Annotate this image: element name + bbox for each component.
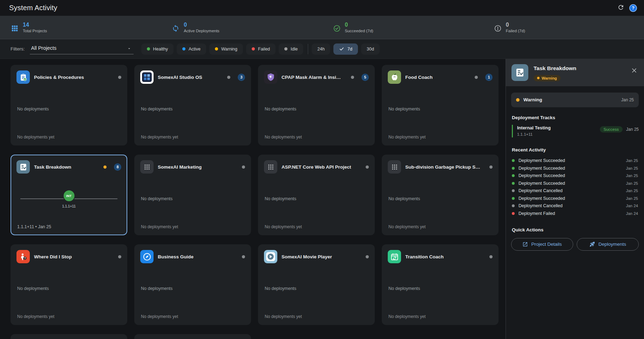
status-dot <box>475 76 478 79</box>
help-icon: ? <box>632 5 635 11</box>
action-label: Project Details <box>531 242 562 247</box>
activity-row: Deployment Cancelled Jan 24 <box>511 202 639 210</box>
activity-date: Jan 25 <box>626 181 638 185</box>
project-card[interactable]: SomexAI Studio OS 3 No deployments No de… <box>134 65 251 145</box>
status-chip-label: Active <box>189 47 201 52</box>
project-card[interactable]: SomexAI Marketing No deployments No depl… <box>134 155 251 235</box>
status-filter-chip[interactable]: Warning <box>209 43 243 55</box>
card-body-text: No deployments <box>265 286 296 291</box>
help-button[interactable]: ? <box>629 4 637 12</box>
status-label: Warning <box>523 97 542 102</box>
quick-action-button[interactable]: Deployments <box>577 238 639 251</box>
activity-list: Deployment Succeeded Jan 25 Deployment S… <box>511 157 639 217</box>
card-body-text: No deployments <box>388 286 420 291</box>
main-content: Policies & Procedures No deployments No … <box>0 59 644 339</box>
status-chip-label: Idle <box>291 47 298 52</box>
track-item: Internal Testing 1.1.1+11 Success Jan 25 <box>512 125 639 137</box>
project-card[interactable] <box>134 334 251 339</box>
status-filter-chip[interactable]: Healthy <box>141 43 174 55</box>
activity-dot-icon <box>512 197 515 200</box>
project-filter-select[interactable]: All Projects <box>30 44 134 54</box>
status-dot-icon <box>252 47 255 50</box>
project-card[interactable] <box>11 334 127 339</box>
title-bar: System Activity ? <box>0 0 644 16</box>
track-date: Jan 25 <box>626 127 639 132</box>
time-range-button[interactable]: 30d <box>361 43 380 55</box>
stat-value: 14 <box>23 22 47 28</box>
quick-actions-heading: Quick Actions <box>512 227 638 232</box>
activity-label: Deployment Succeeded <box>518 166 565 171</box>
activity-dot-icon <box>512 204 515 207</box>
status-dot <box>516 98 520 102</box>
project-icon <box>140 70 154 84</box>
card-header: Policies & Procedures <box>11 66 127 84</box>
card-header: Task Breakdown 8 <box>11 155 127 174</box>
card-footer-text: No deployments yet <box>265 314 302 319</box>
close-icon <box>631 67 638 75</box>
activity-row: Deployment Cancelled Jan 25 <box>511 187 639 195</box>
chevron-down-icon <box>127 46 131 51</box>
card-header <box>11 335 127 339</box>
project-card[interactable]: Sub-division Garbage Pickup Sign-up No d… <box>382 155 499 235</box>
project-card[interactable]: ASP.NET Core Web API Project No deployme… <box>258 155 375 235</box>
deployment-tracks-heading: Deployment Tracks <box>512 115 638 120</box>
refresh-button[interactable] <box>617 4 624 12</box>
card-footer-text: No deployments yet <box>388 135 426 140</box>
activity-dot-icon <box>512 167 515 170</box>
project-card[interactable]: SomexAI Movie Player No deployments No d… <box>258 244 375 325</box>
project-card[interactable]: Transition Coach No deployments No deplo… <box>382 244 499 325</box>
status-filter-chip[interactable]: Idle <box>279 43 303 55</box>
project-title: Sub-division Garbage Pickup Sign-up <box>405 164 481 170</box>
project-card[interactable]: Food Coach 1 No deployments No deploymen… <box>382 65 499 145</box>
stat-block: 0 Succeeded (7d) <box>322 22 483 33</box>
project-card[interactable]: Task Breakdown 8 INT 1.1.1+11 1.1.1+11 •… <box>11 155 127 235</box>
project-title: Food Coach <box>405 75 433 80</box>
project-card[interactable]: CPAP Mask Alarm & Insights 5 No deployme… <box>258 65 375 145</box>
time-range-button[interactable]: 24h <box>312 43 330 55</box>
project-card[interactable]: Business Guide No deployments No deploym… <box>134 244 251 325</box>
activity-date: Jan 25 <box>626 166 638 170</box>
close-panel-button[interactable] <box>631 67 638 75</box>
stat-value: 0 <box>506 22 525 28</box>
project-card[interactable]: Policies & Procedures No deployments No … <box>11 65 127 145</box>
time-range-button[interactable]: 7d <box>333 43 358 55</box>
activity-date: Jan 25 <box>626 196 638 201</box>
activity-label: Deployment Succeeded <box>518 196 565 201</box>
project-icon <box>264 70 277 84</box>
card-body-text: No deployments <box>265 196 296 201</box>
filters-divider <box>308 44 308 54</box>
panel-body: Warning Jan 25 Deployment Tracks Interna… <box>506 86 644 251</box>
project-icon <box>264 160 277 174</box>
page-title: System Activity <box>9 4 57 12</box>
activity-label: Deployment Succeeded <box>518 173 565 178</box>
card-body-text: No deployments <box>17 107 49 111</box>
filters-bar: Filters: All Projects Healthy Active War… <box>0 39 644 59</box>
status-dot <box>489 255 493 258</box>
quick-action-button[interactable]: Project Details <box>511 238 573 251</box>
timeline-version: 1.1.1+11 <box>62 204 76 208</box>
track-version: 1.1.1+11 <box>517 132 551 136</box>
stats-bar: 14 Total Projects 0 Active Deployments 0… <box>0 16 644 39</box>
status-dot-icon <box>284 47 287 50</box>
project-icon <box>16 70 30 84</box>
stat-icon <box>333 24 341 33</box>
project-filter-value: All Projects <box>31 45 57 51</box>
card-header: SomexAI Marketing <box>135 155 250 174</box>
activity-row: Deployment Succeeded Jan 25 <box>511 164 639 172</box>
check-icon <box>339 46 344 52</box>
count-badge: 5 <box>361 74 369 81</box>
status-filter-chip[interactable]: Failed <box>246 43 276 55</box>
card-footer-text: No deployments yet <box>388 224 426 229</box>
status-filter-chip[interactable]: Active <box>177 43 206 55</box>
status-dot <box>489 165 493 169</box>
titlebar-actions: ? <box>617 4 637 12</box>
activity-dot-icon <box>512 189 515 192</box>
status-dot-icon <box>147 47 150 50</box>
activity-label: Deployment Cancelled <box>518 203 563 208</box>
project-card[interactable]: Where Did I Stop No deployments No deplo… <box>11 244 127 325</box>
panel-status-badge: Warning <box>534 75 561 81</box>
project-icon <box>388 250 401 263</box>
card-body-text: No deployments <box>17 286 49 291</box>
status-chip-label: Failed <box>258 47 270 52</box>
card-header: SomexAI Studio OS 3 <box>135 66 250 84</box>
